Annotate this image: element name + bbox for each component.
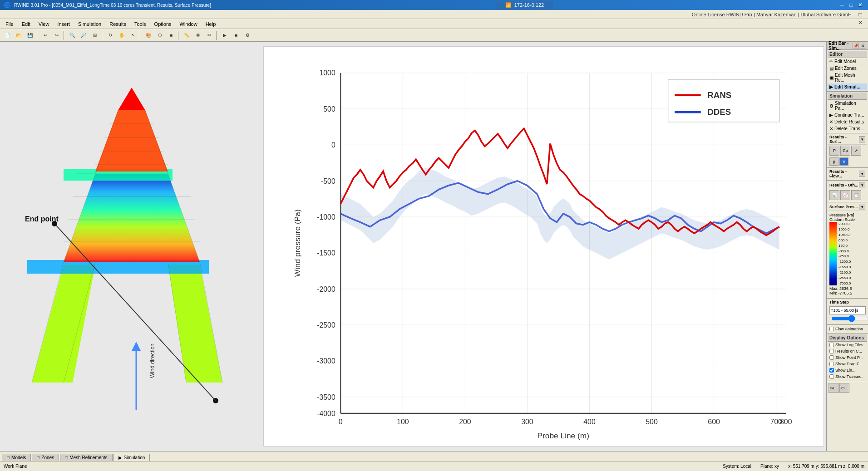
tool-settings[interactable]: ⚙ xyxy=(242,30,253,41)
tool-solid[interactable]: ■ xyxy=(166,30,177,41)
viewport[interactable]: End point Start point Wind direction xyxy=(0,42,826,451)
flow-animation-item[interactable]: Flow Animation xyxy=(828,326,867,332)
tool-select[interactable]: ↖ xyxy=(128,30,138,41)
status-bar: Work Plane System: Local Plane: xy x: 55… xyxy=(0,461,868,471)
tool-zoom-all[interactable]: ⊞ xyxy=(89,30,100,41)
tool-render[interactable]: 🎨 xyxy=(143,30,154,41)
time-step-input[interactable] xyxy=(829,306,866,314)
menu-results[interactable]: Results xyxy=(106,20,130,28)
main-layout: End point Start point Wind direction xyxy=(0,42,868,451)
menu-insert[interactable]: Insert xyxy=(54,20,74,28)
tool-probe[interactable]: ✚ xyxy=(192,30,203,41)
show-lin-item[interactable]: Show Lin... xyxy=(828,367,867,373)
results-flow-expand[interactable]: ▾ xyxy=(859,171,865,177)
tool-clip[interactable]: ✂ xyxy=(204,30,215,41)
simulation-title: Simulation xyxy=(828,93,867,100)
menu-simulation[interactable]: Simulation xyxy=(74,20,105,28)
right-panel: Edit Bar - Sim... 📌 ✕ Editor ✏ Edit Mode… xyxy=(826,42,868,451)
cp-button[interactable]: Cp xyxy=(840,146,850,156)
show-point-p-checkbox[interactable] xyxy=(829,355,834,360)
tab-mesh-refinements[interactable]: □ Mesh Refinements xyxy=(60,454,112,461)
flow-animation-checkbox[interactable] xyxy=(829,327,834,331)
edit-btn[interactable]: Ed... xyxy=(829,383,838,393)
edit-model-label: Edit Model xyxy=(834,59,856,64)
sim-param-item[interactable]: ⚙ Simulation Pa... xyxy=(828,100,867,112)
min-value: -7705.5 xyxy=(838,291,853,295)
edit-mesh-item[interactable]: ▣ Edit Mesh Re... xyxy=(828,72,867,83)
menu-view[interactable]: View xyxy=(35,20,53,28)
results-surf-expand[interactable]: ▾ xyxy=(859,136,865,142)
tool-zoom-out[interactable]: 🔎 xyxy=(78,30,89,41)
tool-new[interactable]: 📄 xyxy=(2,30,13,41)
tool-save[interactable]: 💾 xyxy=(25,30,35,41)
results-oth-expand[interactable]: ▾ xyxy=(859,182,865,188)
edit-model-icon: ✏ xyxy=(829,59,833,64)
minimize-button[interactable]: ─ xyxy=(838,1,846,9)
oth-btn3[interactable]: 📋 xyxy=(851,190,861,200)
menu-help[interactable]: Help xyxy=(202,20,220,28)
v-button[interactable]: V xyxy=(839,157,848,166)
tab-models[interactable]: □ Models xyxy=(2,454,31,461)
tool-play[interactable]: ▶ xyxy=(219,30,230,41)
tool-pan[interactable]: ✋ xyxy=(116,30,127,41)
tool-open[interactable]: 📂 xyxy=(13,30,24,41)
tool-zoom-in[interactable]: 🔍 xyxy=(67,30,78,41)
simulation-section: Simulation ⚙ Simulation Pa... ▶ Continue… xyxy=(827,92,868,133)
edit-zones-item[interactable]: ▤ Edit Zones xyxy=(828,65,867,72)
show-point-p-item[interactable]: Show Point P... xyxy=(828,354,867,361)
show-transie-checkbox[interactable] xyxy=(829,374,834,379)
show-transie-item[interactable]: Show Transie... xyxy=(828,373,867,380)
menu-window[interactable]: Window xyxy=(176,20,201,28)
menu-edit[interactable]: Edit xyxy=(18,20,34,28)
menu-options[interactable]: Options xyxy=(151,20,175,28)
tab-zones[interactable]: □ Zones xyxy=(32,454,59,461)
plane-label: Plane: xy xyxy=(760,464,779,469)
scale-val-8: -1650.0 xyxy=(838,265,851,269)
license-restore[interactable]: □ xyxy=(856,10,864,19)
menu-tools[interactable]: Tools xyxy=(131,20,150,28)
show-log-files-checkbox[interactable] xyxy=(829,343,834,347)
time-step-section: Time Step xyxy=(827,299,868,325)
tab-simulation-label: Simulation xyxy=(124,455,145,460)
show-log-files-item[interactable]: Show Log Files xyxy=(828,342,867,348)
editbar-pin[interactable]: 📌 xyxy=(853,43,859,49)
menu-file[interactable]: File xyxy=(2,20,17,28)
tool-rotate[interactable]: ↻ xyxy=(105,30,116,41)
surface-pressure-expand[interactable]: ▾ xyxy=(859,204,865,210)
time-step-slider[interactable] xyxy=(831,315,868,322)
oth-btn2[interactable]: 📈 xyxy=(840,190,850,200)
license-close[interactable]: ✕ xyxy=(856,19,864,27)
results-on-c-item[interactable]: Results on C... xyxy=(828,348,867,354)
show-drag-f-item[interactable]: Show Drag F... xyxy=(828,361,867,367)
edit-simul-item[interactable]: ▶ Edit Simul... xyxy=(828,83,867,90)
delete-trans-item[interactable]: ✕ Delete Trans... xyxy=(828,125,867,132)
editbar-close[interactable]: ✕ xyxy=(860,43,866,49)
show-transie-label: Show Transie... xyxy=(835,374,863,379)
p2-button[interactable]: p xyxy=(829,157,838,166)
tool-stop[interactable]: ■ xyxy=(231,30,242,41)
svg-text:0: 0 xyxy=(331,141,335,149)
license-minimize[interactable]: ─ xyxy=(856,2,864,10)
edit-model-item[interactable]: ✏ Edit Model xyxy=(828,58,867,65)
tool-measure[interactable]: 📏 xyxy=(181,30,192,41)
show-drag-f-checkbox[interactable] xyxy=(829,362,834,366)
tab-simulation[interactable]: ▶ Simulation xyxy=(113,454,150,461)
editbar-buttons: 📌 ✕ xyxy=(853,43,866,49)
svg-text:RANS: RANS xyxy=(707,90,731,100)
app-icon: 🌀 xyxy=(4,2,10,8)
results-on-c-checkbox[interactable] xyxy=(829,349,834,353)
delete-results-item[interactable]: ✕ Delete Results xyxy=(828,118,867,125)
svg-text:500: 500 xyxy=(646,418,658,426)
close-panel-btn[interactable]: Cl... xyxy=(839,383,849,393)
show-lin-checkbox[interactable] xyxy=(829,368,834,373)
export-btn[interactable]: ↗ xyxy=(851,146,861,156)
oth-btn1[interactable]: 📊 xyxy=(829,190,839,200)
tool-wireframe[interactable]: ⬡ xyxy=(154,30,165,41)
bottom-panel-btns: Ed... Cl... xyxy=(827,381,868,395)
time-step-title: Time Step xyxy=(829,300,849,304)
tool-redo[interactable]: ↪ xyxy=(51,30,62,41)
tool-undo[interactable]: ↩ xyxy=(40,30,51,41)
p-button[interactable]: P xyxy=(829,146,839,156)
continue-tra-item[interactable]: ▶ Continue Tra... xyxy=(828,112,867,118)
restore-button[interactable]: □ xyxy=(847,1,855,9)
